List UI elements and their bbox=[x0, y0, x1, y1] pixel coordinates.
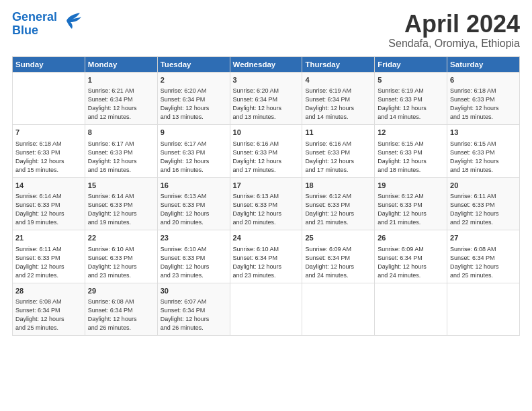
calendar-week-row: 1Sunrise: 6:21 AM Sunset: 6:34 PM Daylig… bbox=[13, 72, 520, 125]
day-info: Sunrise: 6:15 AM Sunset: 6:33 PM Dayligh… bbox=[450, 140, 517, 175]
day-number: 12 bbox=[378, 128, 444, 138]
calendar-cell: 2Sunrise: 6:20 AM Sunset: 6:34 PM Daylig… bbox=[157, 72, 230, 125]
calendar-cell bbox=[447, 283, 520, 336]
logo-text: GeneralBlue bbox=[12, 11, 57, 38]
day-number: 11 bbox=[305, 128, 371, 138]
day-info: Sunrise: 6:21 AM Sunset: 6:34 PM Dayligh… bbox=[88, 87, 154, 122]
calendar-cell: 29Sunrise: 6:08 AM Sunset: 6:34 PM Dayli… bbox=[85, 283, 157, 336]
calendar-cell: 7Sunrise: 6:18 AM Sunset: 6:33 PM Daylig… bbox=[13, 125, 85, 178]
calendar-cell: 30Sunrise: 6:07 AM Sunset: 6:34 PM Dayli… bbox=[157, 283, 230, 336]
day-info: Sunrise: 6:13 AM Sunset: 6:33 PM Dayligh… bbox=[161, 192, 227, 227]
calendar-cell: 1Sunrise: 6:21 AM Sunset: 6:34 PM Daylig… bbox=[85, 72, 157, 125]
day-info: Sunrise: 6:11 AM Sunset: 6:33 PM Dayligh… bbox=[450, 192, 517, 227]
day-info: Sunrise: 6:14 AM Sunset: 6:33 PM Dayligh… bbox=[15, 192, 82, 227]
day-info: Sunrise: 6:16 AM Sunset: 6:33 PM Dayligh… bbox=[233, 140, 300, 175]
calendar-cell bbox=[13, 72, 85, 125]
col-header-friday: Friday bbox=[375, 56, 447, 72]
col-header-sunday: Sunday bbox=[13, 56, 85, 72]
logo: GeneralBlue bbox=[12, 11, 81, 38]
calendar-cell: 9Sunrise: 6:17 AM Sunset: 6:33 PM Daylig… bbox=[157, 125, 230, 178]
day-info: Sunrise: 6:17 AM Sunset: 6:33 PM Dayligh… bbox=[161, 140, 227, 175]
calendar-cell: 16Sunrise: 6:13 AM Sunset: 6:33 PM Dayli… bbox=[157, 177, 230, 230]
day-info: Sunrise: 6:17 AM Sunset: 6:33 PM Dayligh… bbox=[88, 140, 154, 175]
calendar-week-row: 7Sunrise: 6:18 AM Sunset: 6:33 PM Daylig… bbox=[13, 125, 520, 178]
day-info: Sunrise: 6:19 AM Sunset: 6:34 PM Dayligh… bbox=[305, 87, 371, 122]
day-number: 29 bbox=[88, 286, 154, 296]
col-header-wednesday: Wednesday bbox=[230, 56, 302, 72]
day-number: 17 bbox=[233, 181, 300, 191]
calendar-week-row: 21Sunrise: 6:11 AM Sunset: 6:33 PM Dayli… bbox=[13, 230, 520, 283]
day-info: Sunrise: 6:12 AM Sunset: 6:33 PM Dayligh… bbox=[378, 192, 444, 227]
day-number: 15 bbox=[88, 181, 154, 191]
calendar-cell: 26Sunrise: 6:09 AM Sunset: 6:34 PM Dayli… bbox=[375, 230, 447, 283]
calendar-cell: 28Sunrise: 6:08 AM Sunset: 6:34 PM Dayli… bbox=[13, 283, 85, 336]
calendar-cell: 17Sunrise: 6:13 AM Sunset: 6:33 PM Dayli… bbox=[230, 177, 302, 230]
day-info: Sunrise: 6:07 AM Sunset: 6:34 PM Dayligh… bbox=[161, 298, 227, 332]
calendar-cell: 19Sunrise: 6:12 AM Sunset: 6:33 PM Dayli… bbox=[375, 177, 447, 230]
day-info: Sunrise: 6:13 AM Sunset: 6:33 PM Dayligh… bbox=[233, 192, 300, 227]
day-number: 20 bbox=[450, 181, 517, 191]
day-number: 4 bbox=[305, 75, 371, 85]
day-number: 6 bbox=[450, 75, 517, 85]
calendar-cell: 8Sunrise: 6:17 AM Sunset: 6:33 PM Daylig… bbox=[85, 125, 157, 178]
day-number: 30 bbox=[161, 286, 227, 296]
page: GeneralBlue April 2024 Sendafa, Oromiya,… bbox=[0, 0, 532, 411]
day-info: Sunrise: 6:19 AM Sunset: 6:33 PM Dayligh… bbox=[378, 87, 444, 122]
day-info: Sunrise: 6:18 AM Sunset: 6:33 PM Dayligh… bbox=[450, 87, 517, 122]
day-number: 22 bbox=[88, 233, 154, 243]
calendar-cell: 18Sunrise: 6:12 AM Sunset: 6:33 PM Dayli… bbox=[302, 177, 375, 230]
calendar-cell: 12Sunrise: 6:15 AM Sunset: 6:33 PM Dayli… bbox=[375, 125, 447, 178]
day-number: 13 bbox=[450, 128, 517, 138]
day-number: 16 bbox=[161, 181, 227, 191]
col-header-thursday: Thursday bbox=[302, 56, 375, 72]
title-block: April 2024 Sendafa, Oromiya, Ethiopia bbox=[388, 11, 520, 50]
day-number: 28 bbox=[15, 286, 82, 296]
day-number: 2 bbox=[161, 75, 227, 85]
calendar-table: SundayMondayTuesdayWednesdayThursdayFrid… bbox=[12, 56, 520, 336]
calendar-header-row: SundayMondayTuesdayWednesdayThursdayFrid… bbox=[13, 56, 520, 72]
day-number: 21 bbox=[15, 233, 82, 243]
calendar-cell bbox=[230, 283, 302, 336]
day-info: Sunrise: 6:20 AM Sunset: 6:34 PM Dayligh… bbox=[233, 87, 300, 122]
day-info: Sunrise: 6:12 AM Sunset: 6:33 PM Dayligh… bbox=[305, 192, 371, 227]
day-info: Sunrise: 6:16 AM Sunset: 6:33 PM Dayligh… bbox=[305, 140, 371, 175]
day-info: Sunrise: 6:10 AM Sunset: 6:34 PM Dayligh… bbox=[233, 245, 300, 280]
calendar-cell: 22Sunrise: 6:10 AM Sunset: 6:33 PM Dayli… bbox=[85, 230, 157, 283]
day-info: Sunrise: 6:11 AM Sunset: 6:33 PM Dayligh… bbox=[15, 245, 82, 280]
day-number: 8 bbox=[88, 128, 154, 138]
calendar-cell: 20Sunrise: 6:11 AM Sunset: 6:33 PM Dayli… bbox=[447, 177, 520, 230]
day-info: Sunrise: 6:08 AM Sunset: 6:34 PM Dayligh… bbox=[88, 298, 154, 332]
calendar-cell: 23Sunrise: 6:10 AM Sunset: 6:33 PM Dayli… bbox=[157, 230, 230, 283]
day-number: 19 bbox=[378, 181, 444, 191]
day-number: 9 bbox=[161, 128, 227, 138]
calendar-cell: 5Sunrise: 6:19 AM Sunset: 6:33 PM Daylig… bbox=[375, 72, 447, 125]
calendar-cell: 10Sunrise: 6:16 AM Sunset: 6:33 PM Dayli… bbox=[230, 125, 302, 178]
calendar-cell: 13Sunrise: 6:15 AM Sunset: 6:33 PM Dayli… bbox=[447, 125, 520, 178]
day-info: Sunrise: 6:18 AM Sunset: 6:33 PM Dayligh… bbox=[15, 140, 82, 175]
calendar-cell bbox=[375, 283, 447, 336]
logo-bird-icon bbox=[60, 11, 81, 30]
header: GeneralBlue April 2024 Sendafa, Oromiya,… bbox=[12, 11, 520, 50]
calendar-cell: 15Sunrise: 6:14 AM Sunset: 6:33 PM Dayli… bbox=[85, 177, 157, 230]
day-info: Sunrise: 6:08 AM Sunset: 6:34 PM Dayligh… bbox=[450, 245, 517, 280]
calendar-cell: 27Sunrise: 6:08 AM Sunset: 6:34 PM Dayli… bbox=[447, 230, 520, 283]
day-number: 5 bbox=[378, 75, 444, 85]
calendar-cell: 21Sunrise: 6:11 AM Sunset: 6:33 PM Dayli… bbox=[13, 230, 85, 283]
day-number: 23 bbox=[161, 233, 227, 243]
day-info: Sunrise: 6:14 AM Sunset: 6:33 PM Dayligh… bbox=[88, 192, 154, 227]
calendar-cell: 3Sunrise: 6:20 AM Sunset: 6:34 PM Daylig… bbox=[230, 72, 302, 125]
day-number: 3 bbox=[233, 75, 300, 85]
day-info: Sunrise: 6:09 AM Sunset: 6:34 PM Dayligh… bbox=[378, 245, 444, 280]
day-info: Sunrise: 6:10 AM Sunset: 6:33 PM Dayligh… bbox=[161, 245, 227, 280]
col-header-monday: Monday bbox=[85, 56, 157, 72]
day-number: 7 bbox=[15, 128, 82, 138]
day-info: Sunrise: 6:15 AM Sunset: 6:33 PM Dayligh… bbox=[378, 140, 444, 175]
day-info: Sunrise: 6:20 AM Sunset: 6:34 PM Dayligh… bbox=[161, 87, 227, 122]
main-title: April 2024 bbox=[388, 11, 520, 38]
calendar-cell: 25Sunrise: 6:09 AM Sunset: 6:34 PM Dayli… bbox=[302, 230, 375, 283]
day-number: 14 bbox=[15, 181, 82, 191]
calendar-week-row: 14Sunrise: 6:14 AM Sunset: 6:33 PM Dayli… bbox=[13, 177, 520, 230]
calendar-cell: 14Sunrise: 6:14 AM Sunset: 6:33 PM Dayli… bbox=[13, 177, 85, 230]
calendar-cell bbox=[302, 283, 375, 336]
calendar-week-row: 28Sunrise: 6:08 AM Sunset: 6:34 PM Dayli… bbox=[13, 283, 520, 336]
